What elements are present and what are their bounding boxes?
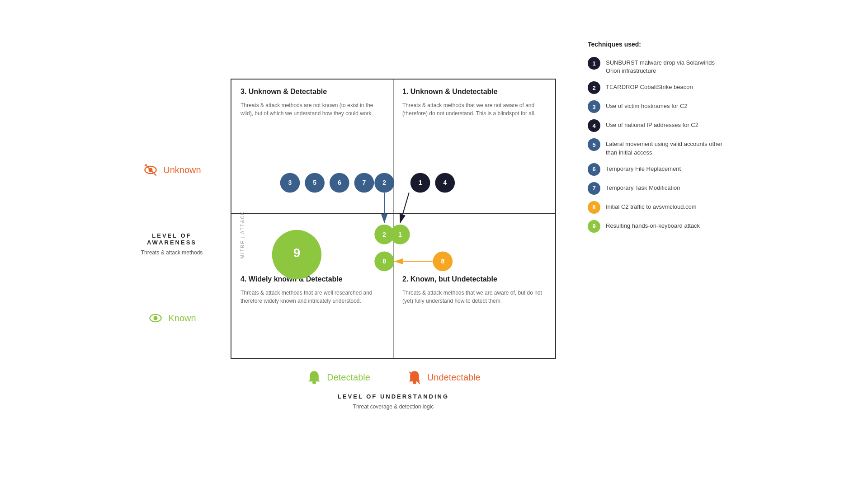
level-of-awareness-block: LEVEL OF AWARENESS Threats & attack meth… xyxy=(127,232,217,256)
quadrant-bottom-left: 4. Widely known & Detectable Threats & a… xyxy=(231,213,393,357)
q4-desc: Threats & attack methods that are well r… xyxy=(241,289,384,305)
legend-label-6: Temporary File Replacement xyxy=(606,163,681,173)
q1-title: 1. Unknown & Undetectable xyxy=(402,88,546,96)
legend-item-8: 8Initial C2 traffic to avsvmcloud.com xyxy=(588,201,723,214)
legend-item-5: 5Lateral movement using valid accounts o… xyxy=(588,138,723,156)
known-eye-icon xyxy=(147,310,164,326)
legend-label-5: Lateral movement using valid accounts ot… xyxy=(606,138,723,156)
legend-bubble-2: 2 xyxy=(588,81,600,94)
bottom-axis: Detectable Undetectable xyxy=(306,370,481,386)
quadrant-top-right: 1. Unknown & Undetectable Threats & atta… xyxy=(393,80,555,213)
legend-bubble-7: 7 xyxy=(588,182,600,195)
unknown-label: Unknown xyxy=(142,162,201,178)
legend-label-4: Use of national IP addresses for C2 xyxy=(606,119,698,129)
svg-point-6 xyxy=(154,316,158,320)
known-label: Known xyxy=(147,310,196,326)
legend-bubble-1: 1 xyxy=(588,57,600,70)
diagram-area: MITRE | ATT&CK 3. Unknown & Detectable T… xyxy=(217,79,570,410)
unknown-label-text: Unknown xyxy=(163,165,201,175)
legend-item-4: 4Use of national IP addresses for C2 xyxy=(588,119,723,132)
detectable-text: Detectable xyxy=(327,372,370,383)
q2-desc: Threats & attack methods that we are awa… xyxy=(402,289,546,305)
bell-struck-icon xyxy=(406,370,423,386)
detectable-label: Detectable xyxy=(306,370,370,386)
legend-item-2: 2TEARDROP CobaltStrike beacon xyxy=(588,81,723,94)
legend-label-1: SUNBURST malware drop via Solarwinds Ori… xyxy=(606,57,723,75)
legend-label-9: Resulting hands-on-keyboard attack xyxy=(606,220,700,230)
svg-point-38 xyxy=(413,381,416,384)
left-axis-subtitle: Threats & attack methods xyxy=(127,249,217,256)
legend-item-1: 1SUNBURST malware drop via Solarwinds Or… xyxy=(588,57,723,75)
legend-bubble-6: 6 xyxy=(588,163,600,176)
legend-label-2: TEARDROP CobaltStrike beacon xyxy=(606,81,693,91)
quadrant-bottom-right: 2. Known, but Undetectable Threats & att… xyxy=(393,213,555,357)
legend-label-7: Temporary Task Modification xyxy=(606,182,680,192)
undetectable-label: Undetectable xyxy=(406,370,481,386)
legend-item-7: 7Temporary Task Modification xyxy=(588,182,723,195)
legend-title: Techniques used: xyxy=(588,41,723,48)
legend-item-6: 6Temporary File Replacement xyxy=(588,163,723,176)
left-axis: Unknown LEVEL OF AWARENESS Threats & att… xyxy=(127,162,217,326)
legend-item-9: 9Resulting hands-on-keyboard attack xyxy=(588,220,723,233)
legend-bubble-5: 5 xyxy=(588,138,600,151)
legend-bubble-8: 8 xyxy=(588,201,600,214)
legend-items-container: 1SUNBURST malware drop via Solarwinds Or… xyxy=(588,57,723,233)
left-axis-title: LEVEL OF AWARENESS xyxy=(127,232,217,246)
bottom-axis-title-block: LEVEL OF UNDERSTANDING Threat coverage &… xyxy=(338,393,449,410)
q3-title: 3. Unknown & Detectable xyxy=(241,88,384,96)
svg-point-37 xyxy=(312,381,316,384)
legend-bubble-9: 9 xyxy=(588,220,600,233)
quadrant-top-left: 3. Unknown & Detectable Threats & attack… xyxy=(231,80,393,213)
legend-label-8: Initial C2 traffic to avsvmcloud.com xyxy=(606,201,697,211)
svg-line-4 xyxy=(155,174,156,176)
unknown-eye-icon xyxy=(142,162,159,178)
known-label-text: Known xyxy=(168,313,196,324)
legend-label-3: Use of victim hostnames for C2 xyxy=(606,100,688,110)
quadrant-grid: MITRE | ATT&CK 3. Unknown & Detectable T… xyxy=(231,79,556,359)
legend-panel: Techniques used: 1SUNBURST malware drop … xyxy=(570,27,741,253)
legend-item-3: 3Use of victim hostnames for C2 xyxy=(588,100,723,113)
undetectable-text: Undetectable xyxy=(427,372,481,383)
q3-desc: Threats & attack methods are not known (… xyxy=(241,101,384,117)
q4-title: 4. Widely known & Detectable xyxy=(241,275,384,283)
bottom-axis-subtitle: Threat coverage & detection logic xyxy=(338,404,449,410)
q1-desc: Threats & attack methods that we are not… xyxy=(402,101,546,117)
bell-icon xyxy=(306,370,322,386)
legend-bubble-3: 3 xyxy=(588,100,600,113)
q2-title: 2. Known, but Undetectable xyxy=(402,275,546,283)
bottom-axis-title: LEVEL OF UNDERSTANDING xyxy=(338,393,449,400)
legend-bubble-4: 4 xyxy=(588,119,600,132)
